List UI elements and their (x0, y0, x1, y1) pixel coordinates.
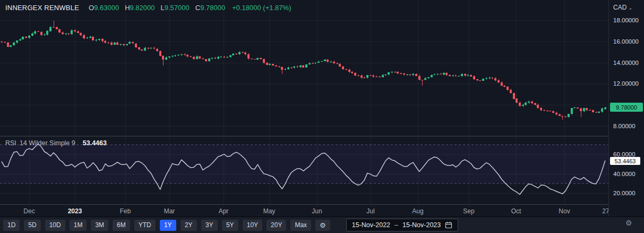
range-button-10d[interactable]: 10D (45, 220, 65, 231)
time-axis[interactable]: Dec2023FebMarAprMayJunJulAugSepOctNov27 (0, 204, 608, 217)
price-axis-label: 18.00000 (613, 17, 639, 23)
time-axis-label: Oct (511, 207, 521, 215)
time-axis-label: Nov (559, 207, 570, 215)
range-button-5d[interactable]: 5D (24, 220, 40, 231)
chevron-down-icon: ⌄ (628, 5, 632, 11)
price-candlestick-pane[interactable] (0, 0, 608, 136)
last-price-badge: 9.78000 (610, 103, 643, 112)
price-axis-label: 16.00000 (613, 38, 639, 45)
rsi-axis-label: 40.0000 (613, 171, 636, 177)
range-button-2y[interactable]: 2Y (181, 220, 197, 231)
currency-selector[interactable]: CAD⌄ (613, 4, 633, 11)
time-axis-label: Dec (23, 207, 35, 215)
quote-open: O9.63000 (89, 4, 119, 12)
range-button-1m[interactable]: 1M (70, 220, 87, 231)
time-axis-label: May (263, 207, 276, 215)
bottom-toolbar: 1D5D10D1M3M6MYTD1Y2Y3Y5Y10Y20YMax ⚙ 15-N… (0, 217, 644, 233)
range-button-3m[interactable]: 3M (91, 220, 108, 231)
range-button-1y[interactable]: 1Y (160, 220, 176, 231)
time-axis-label: 2023 (68, 207, 82, 215)
range-button-20y[interactable]: 20Y (267, 220, 286, 231)
date-separator: – (394, 221, 398, 229)
rsi-params: 14 Wilder Simple 9 (20, 139, 75, 147)
time-axis-label: Jun (312, 207, 322, 215)
time-axis-label: Mar (164, 207, 175, 215)
price-axis-label: 8.00000 (613, 123, 636, 129)
chart-settings-gear-icon[interactable]: ⚙ (315, 220, 330, 231)
time-axis-label: Jul (366, 207, 374, 215)
rsi-value-badge: 53.4463 (610, 157, 640, 165)
range-button-6m[interactable]: 6M (113, 220, 130, 231)
quote-high: H9.82000 (125, 4, 154, 12)
axis-settings-gear-icon[interactable]: ⚙ (625, 219, 632, 227)
rsi-legend: RSI 14 Wilder Simple 9 53.4463 (5, 139, 107, 147)
price-axis-label: 12.00000 (613, 80, 639, 87)
date-to: 15-Nov-2023 (402, 221, 441, 229)
calendar-icon (445, 221, 452, 229)
quote-change: +0.18000 (+1.87%) (232, 4, 291, 12)
trading-chart-app: Dec2023FebMarAprMayJunJulAugSepOctNov27 … (0, 0, 644, 233)
date-from: 15-Nov-2022 (352, 221, 390, 229)
time-axis-label: Apr (219, 207, 229, 215)
range-button-10y[interactable]: 10Y (243, 220, 262, 231)
range-button-3y[interactable]: 3Y (201, 220, 218, 231)
time-axis-label: Aug (412, 207, 423, 215)
time-axis-label: Feb (120, 207, 131, 215)
price-scale[interactable]: CAD⌄ 18.0000016.0000014.0000012.000008.0… (608, 0, 644, 217)
pane-resize-handle[interactable] (0, 136, 644, 137)
symbol-name[interactable]: INNERGEX RENWBLE (5, 4, 79, 12)
symbol-quote-bar: INNERGEX RENWBLE O9.63000 H9.82000 L9.57… (5, 4, 291, 12)
rsi-title[interactable]: RSI (5, 139, 16, 147)
rsi-indicator-pane[interactable] (0, 137, 608, 204)
quote-low: L9.57000 (161, 4, 190, 12)
time-axis-label: Sep (463, 207, 474, 215)
range-button-ytd[interactable]: YTD (134, 220, 156, 231)
range-button-max[interactable]: Max (290, 220, 311, 231)
price-axis-label: 14.00000 (613, 60, 639, 66)
time-axis-label: 27 (602, 207, 608, 215)
date-range-picker[interactable]: 15-Nov-2022 – 15-Nov-2023 (346, 219, 458, 231)
rsi-axis-label: 20.0000 (613, 190, 636, 196)
range-button-5y[interactable]: 5Y (222, 220, 238, 231)
rsi-value: 53.4463 (83, 139, 107, 147)
range-button-1d[interactable]: 1D (3, 220, 20, 231)
chart-plot-area: Dec2023FebMarAprMayJunJulAugSepOctNov27 (0, 0, 608, 217)
quote-close: C9.78000 (195, 4, 225, 12)
